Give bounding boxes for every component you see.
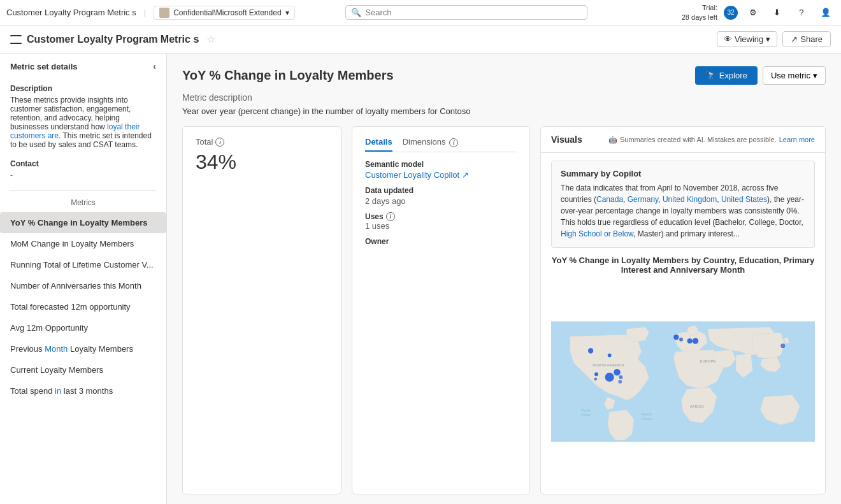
ai-notice: 🤖 Summaries created with AI. Mistakes ar… (608, 136, 815, 144)
contact-label: Contact (0, 154, 166, 171)
use-metric-label: Use metric (771, 71, 810, 80)
chevron-down-icon: ▾ (285, 8, 289, 17)
data-updated-row: Data updated 2 days ago (365, 186, 517, 206)
map-dot-us-east-1 (614, 369, 621, 376)
uses-value: 1 uses (365, 221, 517, 231)
metric-set-details-label: Metric set details (10, 62, 78, 71)
semantic-model-value[interactable]: Customer Loyality Copilot ↗ (365, 170, 517, 180)
svg-text:AFRICA: AFRICA (690, 405, 705, 408)
map-title: YoY % Change in Loyalty Members by Count… (551, 256, 815, 275)
country-link-uk[interactable]: United Kingdom (663, 195, 717, 204)
top-bar-right: Trial: 28 days left 32 ⚙ ⬇ ? 👤 (682, 3, 835, 22)
dimensions-tab-label: Dimensions (403, 137, 446, 147)
summary-box: Summary by Copilot The data indicates th… (551, 161, 815, 248)
search-input[interactable] (365, 8, 582, 17)
content-area: YoY % Change in Loyalty Members 🔭 Explor… (167, 54, 841, 504)
map-dot-us-central-1 (605, 373, 614, 382)
details-card: Details Dimensions i Semantic model Cust… (352, 126, 530, 494)
details-tab-label: Details (365, 137, 392, 147)
help-button[interactable]: ? (793, 4, 810, 22)
external-link-icon: ↗ (462, 170, 469, 180)
tab-details[interactable]: Details (365, 137, 392, 152)
collapse-button[interactable]: ‹ (153, 61, 156, 71)
description-section-label: Description (0, 79, 166, 96)
pacific-ocean-label: Pacific (581, 408, 591, 412)
visuals-title: Visuals (551, 134, 582, 145)
search-icon: 🔍 (351, 8, 361, 17)
share-button[interactable]: ↗ Share (782, 31, 831, 47)
map-dot-asia (780, 343, 785, 348)
confidential-label: Confidential\Microsoft Extended (173, 8, 281, 17)
metric-item-running-total[interactable]: Running Total of Lifetime Customer V... (0, 254, 166, 275)
notif-count: 32 (727, 9, 734, 16)
total-label: Total i (196, 137, 328, 147)
profile-button[interactable]: 👤 (817, 4, 835, 22)
total-label-text: Total (196, 137, 213, 147)
content-actions: 🔭 Explore Use metric ▾ (695, 66, 826, 85)
favorite-star-icon[interactable]: ☆ (206, 33, 215, 45)
visuals-header: Visuals 🤖 Summaries created with AI. Mis… (541, 127, 825, 153)
cards-row: Total i 34% Details Dimensions i (182, 126, 826, 494)
download-button[interactable]: ⬇ (768, 4, 786, 22)
map-dot-us-east-3 (618, 380, 622, 384)
metric-item-yoy[interactable]: YoY % Change in Loyalty Members (0, 212, 166, 233)
metric-item-forecasted[interactable]: Total forecasted 12m opportunity (0, 296, 166, 317)
country-link-us[interactable]: United States (721, 195, 767, 204)
uses-row: Uses i 1 uses (365, 212, 517, 231)
explore-button[interactable]: 🔭 Explore (695, 66, 758, 85)
viewing-button[interactable]: 👁 Viewing ▾ (717, 31, 777, 47)
svg-text:NORTH AMERICA: NORTH AMERICA (593, 363, 625, 367)
contact-value: - (0, 171, 166, 187)
metric-item-current[interactable]: Current Loyalty Members (0, 359, 166, 380)
eye-icon: 👁 (724, 34, 732, 44)
description-text: These metrics provide insights into cust… (0, 96, 166, 149)
semantic-model-label: Semantic model (365, 160, 517, 169)
topbar-separator: | (144, 8, 146, 17)
uses-info-icon[interactable]: i (386, 212, 395, 221)
data-updated-value: 2 days ago (365, 196, 517, 206)
details-tabs: Details Dimensions i (365, 137, 517, 152)
uses-label: Uses (365, 212, 384, 221)
explore-label: Explore (719, 71, 747, 80)
title-bar-actions: 👁 Viewing ▾ ↗ Share (717, 31, 831, 47)
chevron-down-icon: ▾ (766, 34, 770, 44)
use-metric-button[interactable]: Use metric ▾ (763, 66, 826, 85)
semantic-model-link-text: Customer Loyality Copilot (365, 170, 459, 180)
viewing-label: Viewing (735, 34, 763, 44)
semantic-model-row: Semantic model Customer Loyality Copilot… (365, 160, 517, 180)
education-link[interactable]: High School or Below (561, 229, 633, 238)
trial-info: Trial: 28 days left (682, 3, 717, 22)
uses-label-row: Uses i (365, 212, 517, 221)
country-link-germany[interactable]: Germany (628, 195, 658, 204)
total-info-icon[interactable]: i (215, 138, 224, 147)
metric-desc-text: Year over year (percent change) in the n… (182, 106, 826, 116)
map-container: Pacific Ocean Atlantic Ocean NORTH AMERI… (551, 280, 815, 484)
metric-item-anniversaries[interactable]: Number of Anniversaries this Month (0, 275, 166, 296)
content-title: YoY % Change in Loyalty Members (182, 68, 394, 83)
notification-badge[interactable]: 32 (724, 6, 738, 20)
metric-item-prev-month[interactable]: Previous Month Loyalty Members (0, 338, 166, 359)
metrics-section-label: Metrics (0, 193, 166, 212)
settings-button[interactable]: ⚙ (744, 4, 762, 22)
country-link-canada[interactable]: Canada (596, 195, 623, 204)
learn-more-link[interactable]: Learn more (779, 136, 815, 143)
summary-text: The data indicates that from April to No… (561, 182, 805, 240)
tab-dimensions[interactable]: Dimensions i (403, 137, 459, 152)
owner-label: Owner (365, 237, 517, 246)
svg-text:Ocean: Ocean (581, 413, 591, 417)
title-bar: Customer Loyalty Program Metric s ☆ 👁 Vi… (0, 25, 841, 54)
dimensions-info-icon[interactable]: i (449, 138, 458, 147)
map-dot-us-west-2 (594, 377, 597, 380)
search-box[interactable]: 🔍 (345, 5, 587, 20)
metric-item-avg[interactable]: Avg 12m Opportunity (0, 317, 166, 338)
confidential-badge[interactable]: Confidential\Microsoft Extended ▾ (154, 6, 294, 20)
copilot-icon: 🤖 (608, 136, 617, 144)
map-dot-germany (687, 338, 693, 343)
metric-desc-label: Metric description (182, 92, 826, 103)
share-label: Share (800, 34, 823, 44)
map-dot-uk-2 (679, 338, 683, 342)
metric-item-mom[interactable]: MoM Change in Loyalty Members (0, 233, 166, 254)
menu-icon[interactable] (10, 35, 22, 44)
share-icon: ↗ (791, 34, 798, 44)
metric-item-total-spend[interactable]: Total spend in last 3 months (0, 380, 166, 401)
